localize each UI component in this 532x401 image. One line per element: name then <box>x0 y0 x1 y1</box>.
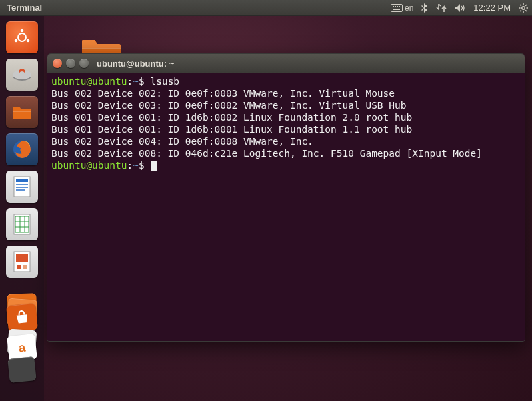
terminal-command: lsusb <box>150 76 179 87</box>
svg-rect-4 <box>399 6 400 7</box>
svg-line-13 <box>520 10 521 11</box>
svg-point-19 <box>27 39 30 43</box>
svg-line-14 <box>525 5 527 6</box>
keyboard-layout-label: en <box>405 3 413 13</box>
svg-rect-29 <box>14 214 30 234</box>
svg-point-18 <box>15 39 18 43</box>
terminal-body[interactable]: ubuntu@ubuntu:~$ lsusb Bus 002 Device 00… <box>47 73 525 341</box>
svg-rect-1 <box>393 6 394 7</box>
minimize-icon[interactable] <box>66 59 75 68</box>
svg-point-6 <box>522 6 525 9</box>
launcher-stack-misc[interactable] <box>5 355 39 382</box>
terminal-output-line: Bus 002 Device 002: ID 0e0f:0003 VMware,… <box>51 88 395 99</box>
unity-launcher: a <box>0 16 44 401</box>
svg-rect-37 <box>17 265 21 269</box>
svg-point-16 <box>18 33 26 41</box>
launcher-installer[interactable] <box>5 57 39 92</box>
close-icon[interactable] <box>53 59 62 68</box>
window-titlebar[interactable]: ubuntu@ubuntu: ~ <box>47 54 525 73</box>
launcher-impress[interactable] <box>5 244 39 279</box>
terminal-cursor <box>151 161 157 171</box>
system-tray: en 12:22 PM <box>391 3 528 13</box>
terminal-output-line: Bus 002 Device 003: ID 0e0f:0002 VMware,… <box>51 100 407 111</box>
prompt-path: ~ <box>133 160 139 171</box>
svg-point-17 <box>21 29 24 33</box>
network-icon[interactable] <box>436 3 447 13</box>
svg-line-12 <box>525 10 527 11</box>
svg-rect-36 <box>16 254 28 262</box>
svg-rect-3 <box>397 6 398 7</box>
terminal-output-line: Bus 002 Device 008: ID 046d:c21e Logitec… <box>51 148 482 159</box>
terminal-output-line: Bus 002 Device 004: ID 0e0f:0008 VMware,… <box>51 136 313 147</box>
top-panel: Terminal en 12:22 PM <box>0 0 532 16</box>
launcher-writer[interactable] <box>5 169 39 204</box>
svg-rect-25 <box>16 179 28 182</box>
active-app-title: Terminal <box>4 3 42 13</box>
svg-rect-5 <box>393 9 400 10</box>
gear-icon[interactable] <box>519 3 528 13</box>
terminal-output-line: Bus 001 Device 001: ID 1d6b:0002 Linux F… <box>51 112 412 123</box>
terminal-output-line: Bus 001 Device 001: ID 1d6b:0001 Linux F… <box>51 124 412 135</box>
svg-point-21 <box>13 70 31 79</box>
bluetooth-icon[interactable] <box>421 3 428 13</box>
terminal-window[interactable]: ubuntu@ubuntu: ~ ubuntu@ubuntu:~$ lsusb … <box>47 53 525 342</box>
prompt-user: ubuntu@ubuntu <box>51 160 127 171</box>
prompt-user: ubuntu@ubuntu <box>51 76 127 87</box>
keyboard-layout-indicator[interactable]: en <box>391 3 413 13</box>
prompt-path: ~ <box>133 76 139 87</box>
svg-rect-22 <box>13 111 31 112</box>
clock[interactable]: 12:22 PM <box>473 3 511 13</box>
volume-icon[interactable] <box>455 3 465 13</box>
launcher-stack-software-center[interactable] <box>5 284 39 331</box>
window-title: ubuntu@ubuntu: ~ <box>97 59 174 69</box>
svg-line-11 <box>520 5 521 6</box>
launcher-firefox[interactable] <box>5 132 39 167</box>
svg-rect-2 <box>395 6 396 7</box>
launcher-calc[interactable] <box>5 207 39 242</box>
maximize-icon[interactable] <box>79 59 89 68</box>
launcher-dash[interactable] <box>5 20 39 55</box>
svg-rect-0 <box>391 4 402 11</box>
launcher-files[interactable] <box>5 95 39 129</box>
svg-rect-38 <box>23 265 27 269</box>
svg-rect-15 <box>82 48 121 49</box>
